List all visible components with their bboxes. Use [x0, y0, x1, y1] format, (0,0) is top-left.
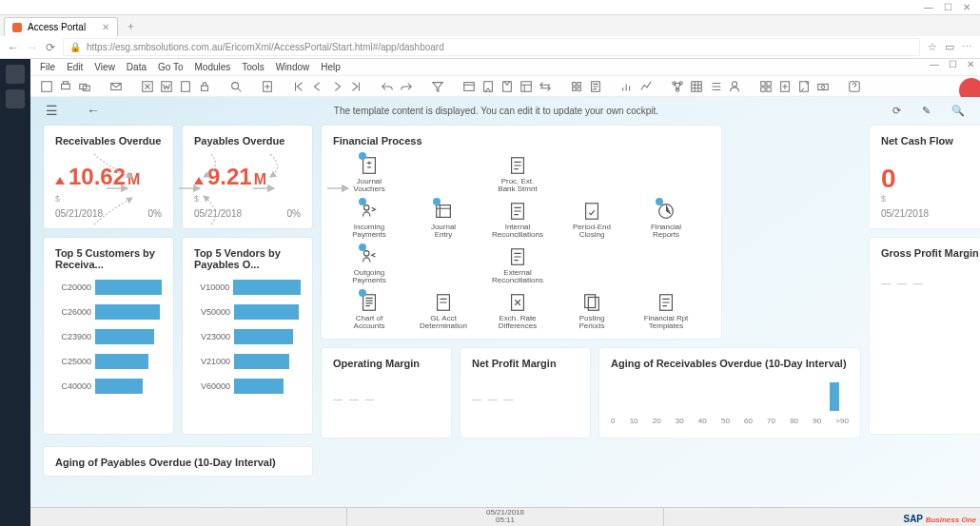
card-title: Aging of Payables Overdue (10-Day Interv…	[55, 457, 301, 468]
window-minimize-button[interactable]: —	[919, 2, 938, 12]
barlist-row: C40000	[55, 379, 162, 394]
proc-journal-vouchers[interactable]: Journal Vouchers	[333, 152, 405, 196]
card-gross-profit-margin[interactable]: Gross Profit Margin — — —	[870, 238, 980, 434]
card-top-vendors[interactable]: Top 5 Vendors by Payables O... V10000V50…	[183, 238, 312, 434]
tb-tile-icon[interactable]	[759, 80, 773, 93]
menu-button[interactable]: ⋯	[962, 41, 972, 53]
taskbar-item-1[interactable]	[6, 65, 25, 84]
barlist-bar	[95, 329, 154, 344]
refresh-icon[interactable]: ⟳	[892, 105, 901, 117]
tb-form-icon[interactable]	[462, 80, 476, 93]
tb-line-icon[interactable]	[639, 80, 653, 93]
tb-target-icon[interactable]	[500, 80, 514, 93]
tb-chart-icon[interactable]	[620, 80, 634, 93]
tb-list-icon[interactable]	[709, 80, 722, 93]
proc-internal-recon[interactable]: Internal Reconciliations	[481, 198, 554, 242]
tb-grid-icon[interactable]	[690, 80, 703, 93]
svg-rect-14	[503, 81, 512, 91]
taskbar-item-2[interactable]	[6, 89, 25, 108]
menu-help[interactable]: Help	[321, 62, 341, 72]
menu-file[interactable]: File	[40, 62, 55, 72]
proc-journal-entry[interactable]: Journal Entry	[407, 198, 480, 242]
tb-help-icon[interactable]	[848, 80, 861, 93]
proc-incoming-payments[interactable]: Incoming Payments	[333, 198, 405, 242]
window-close-button[interactable]: ✕	[957, 2, 976, 12]
menu-data[interactable]: Data	[127, 62, 147, 72]
kpi-value: 10.62	[69, 164, 126, 190]
menu-goto[interactable]: Go To	[158, 62, 184, 72]
edit-icon[interactable]: ✎	[922, 105, 931, 117]
card-title: Financial Process	[333, 135, 710, 146]
tb-lock-icon[interactable]	[198, 80, 211, 93]
tb-print-icon[interactable]	[59, 80, 72, 93]
tb-find-icon[interactable]	[229, 80, 243, 93]
tb-next-icon[interactable]	[330, 80, 343, 93]
proc-external-recon[interactable]: External Reconciliations	[481, 244, 554, 287]
new-tab-button[interactable]: ＋	[118, 16, 144, 36]
reader-icon[interactable]: ▭	[945, 41, 954, 53]
card-net-cash-flow[interactable]: Net Cash Flow 0 $ 05/21/2018	[870, 126, 980, 228]
tb-cash-icon[interactable]	[816, 80, 830, 93]
dash-back-button[interactable]: ←	[87, 103, 100, 118]
search-icon[interactable]: 🔍	[951, 105, 965, 117]
card-aging-payables[interactable]: Aging of Payables Overdue (10-Day Interv…	[44, 447, 312, 476]
inner-minimize-button[interactable]: —	[930, 59, 939, 69]
url-field[interactable]: 🔒 https://esg.smbsolutions.com.au/Ericom…	[63, 38, 920, 56]
menu-modules[interactable]: Modules	[194, 62, 230, 72]
host-taskbar	[0, 59, 30, 526]
proc-fin-rpt-templates[interactable]: Financial Rpt Templates	[630, 289, 702, 333]
proc-ext-bank-stmnt[interactable]: Proc. Ext. Bank Stmnt	[481, 152, 554, 196]
menu-tools[interactable]: Tools	[242, 62, 264, 72]
proc-gl-acct-det[interactable]: GL Acct Determination	[407, 289, 480, 333]
barlist-label: C23900	[55, 332, 91, 341]
tb-layout-icon[interactable]	[519, 80, 533, 93]
card-receivables-overdue[interactable]: Receivables Overdue 10.62 M $ 05/21/2018…	[44, 126, 173, 228]
nav-reload-button[interactable]: ⟳	[46, 41, 55, 54]
tb-first-icon[interactable]	[292, 80, 305, 93]
tb-network-icon[interactable]	[671, 80, 684, 93]
proc-period-end[interactable]: Period-End Closing	[556, 198, 628, 242]
card-title: Net Profit Margin	[472, 358, 578, 369]
nav-back-button[interactable]: ←	[8, 41, 19, 54]
tb-prev-icon[interactable]	[311, 80, 324, 93]
tb-word-icon[interactable]	[160, 80, 173, 93]
tb-trans-icon[interactable]	[539, 80, 552, 93]
nav-forward-button[interactable]: →	[27, 41, 38, 54]
menu-edit[interactable]: Edit	[67, 62, 83, 72]
tb-user-icon[interactable]	[728, 80, 741, 93]
tb-journal-icon[interactable]	[589, 80, 602, 93]
tb-doc1-icon[interactable]	[778, 80, 792, 93]
menu-view[interactable]: View	[94, 62, 115, 72]
proc-chart-accounts[interactable]: Chart of Accounts	[333, 289, 405, 333]
card-payables-overdue[interactable]: Payables Overdue 9.21 M $ 05/21/2018 0%	[183, 126, 312, 228]
tb-pdf-icon[interactable]	[179, 80, 192, 93]
tb-redo-icon[interactable]	[400, 80, 413, 93]
tb-last-icon[interactable]	[349, 80, 363, 93]
card-net-profit-margin[interactable]: Net Profit Margin — — —	[461, 348, 590, 438]
hamburger-icon[interactable]: ☰	[46, 103, 58, 118]
proc-posting-periods[interactable]: Posting Periods	[556, 289, 628, 333]
bookmark-icon[interactable]: ☆	[928, 41, 937, 53]
tb-printseq-icon[interactable]	[78, 80, 91, 93]
proc-exch-rate-diff[interactable]: Exch. Rate Differences	[481, 289, 554, 333]
proc-outgoing-payments[interactable]: Outgoing Payments	[333, 244, 405, 287]
tb-preview-icon[interactable]	[40, 80, 53, 93]
tb-settings-icon[interactable]	[570, 80, 583, 93]
tb-doc2-icon[interactable]	[797, 80, 811, 93]
browser-tab-active[interactable]: Access Portal ✕	[4, 17, 118, 36]
tb-undo-icon[interactable]	[381, 80, 394, 93]
card-operating-margin[interactable]: Operating Margin — — —	[322, 348, 451, 438]
tb-excel-icon[interactable]	[141, 80, 154, 93]
tab-close-icon[interactable]: ✕	[102, 22, 109, 32]
menu-window[interactable]: Window	[276, 62, 310, 72]
tb-email-icon[interactable]	[109, 80, 123, 93]
card-top-customers[interactable]: Top 5 Customers by Receiva... C20000C260…	[44, 238, 173, 434]
card-aging-receivables[interactable]: Aging of Receivables Overdue (10-Day Int…	[599, 348, 860, 438]
proc-financial-reports[interactable]: Financial Reports	[630, 198, 702, 242]
tb-base-icon[interactable]	[481, 80, 495, 93]
tb-filter-icon[interactable]	[431, 80, 444, 93]
inner-close-button[interactable]: ✕	[967, 59, 974, 69]
tb-add-icon[interactable]	[261, 80, 274, 93]
inner-restore-button[interactable]: ☐	[949, 59, 957, 69]
window-maximize-button[interactable]: ☐	[938, 2, 957, 12]
